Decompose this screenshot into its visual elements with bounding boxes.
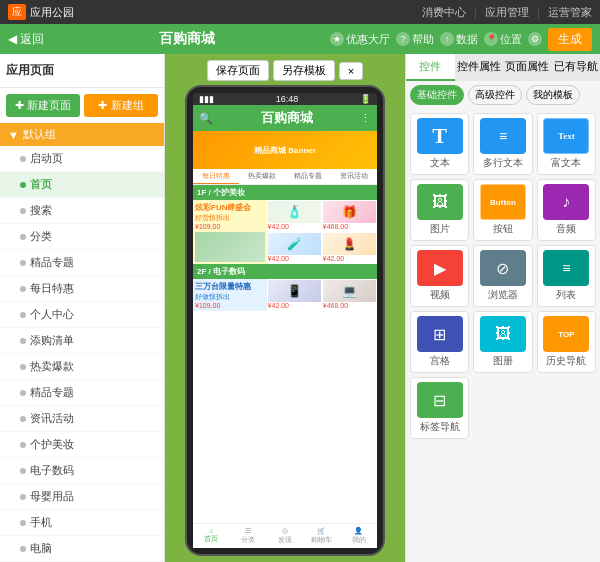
tab-hot[interactable]: 热卖爆款 xyxy=(239,169,285,184)
product-cell[interactable]: 🎁 ¥468.00 xyxy=(322,200,377,232)
sidebar-item-label: 搜索 xyxy=(30,203,52,218)
sidebar-dot xyxy=(20,286,26,292)
right-tab-0[interactable]: 控件 xyxy=(406,54,455,81)
sidebar-dot xyxy=(20,390,26,396)
close-button[interactable]: × xyxy=(339,62,363,80)
widget-文本[interactable]: T文本 xyxy=(410,113,469,175)
sidebar-item-13[interactable]: 母婴用品 xyxy=(0,484,164,510)
right-tab-3[interactable]: 已有导航 xyxy=(552,54,601,81)
phone-mockup: ▮▮▮ 16:48 🔋 🔍 百购商城 ⋮ 精品商城 Banner 每日特惠 xyxy=(185,85,385,556)
widget-多行文本[interactable]: ≡多行文本 xyxy=(473,113,532,175)
action-promo[interactable]: ★ 优惠大厅 xyxy=(330,32,390,47)
category-icon: ☰ xyxy=(245,527,251,535)
action-help[interactable]: ? 帮助 xyxy=(396,32,434,47)
tab-news[interactable]: 资讯活动 xyxy=(331,169,377,184)
sidebar-item-1[interactable]: 首页 xyxy=(0,172,164,198)
product-cell[interactable]: 📱 ¥42.00 xyxy=(267,279,322,311)
right-subtab-1[interactable]: 高级控件 xyxy=(468,85,522,105)
product-cell[interactable]: 💄 ¥42.00 xyxy=(322,232,377,264)
nav-app-manage[interactable]: 应用管理 xyxy=(485,5,529,20)
widget-标签导航[interactable]: ⊟标签导航 xyxy=(410,377,469,439)
sidebar-item-label: 启动页 xyxy=(30,151,63,166)
action-location[interactable]: 📍 位置 xyxy=(484,32,522,47)
tab-boutique[interactable]: 精品专题 xyxy=(285,169,331,184)
save-template-button[interactable]: 另存模板 xyxy=(273,60,335,81)
nav-category[interactable]: ☰ 分类 xyxy=(230,524,267,548)
product-cell[interactable]: 🧪 ¥42.00 xyxy=(267,232,322,264)
sidebar-dot xyxy=(20,338,26,344)
widget-label-5: 音频 xyxy=(556,222,576,236)
right-panel: 控件控件属性页面属性已有导航 基础控件高级控件我的模板 T文本≡多行文本Text… xyxy=(405,54,600,562)
widget-label-2: 富文本 xyxy=(551,156,581,170)
right-tab-1[interactable]: 控件属性 xyxy=(455,54,504,81)
widget-label-0: 文本 xyxy=(430,156,450,170)
widget-列表[interactable]: ≡列表 xyxy=(537,245,596,307)
nav-profile[interactable]: 👤 我的 xyxy=(340,524,377,548)
sidebar-item-10[interactable]: 资讯活动 xyxy=(0,406,164,432)
action-data[interactable]: ↑ 数据 xyxy=(440,32,478,47)
save-page-button[interactable]: 保存页面 xyxy=(207,60,269,81)
sidebar-group-default[interactable]: ▼ 默认组 xyxy=(0,123,164,146)
sidebar-item-5[interactable]: 每日特惠 xyxy=(0,276,164,302)
phone-menu-icon[interactable]: ⋮ xyxy=(360,112,371,125)
nav-home[interactable]: ⌂ 首页 xyxy=(193,524,230,548)
group-label: 默认组 xyxy=(23,127,56,142)
sidebar-item-11[interactable]: 个护美妆 xyxy=(0,432,164,458)
right-subtab-2[interactable]: 我的模板 xyxy=(526,85,580,105)
widget-按钮[interactable]: Button按钮 xyxy=(473,179,532,241)
discover-label: 发现 xyxy=(278,535,292,545)
new-group-button[interactable]: ✚ 新建组 xyxy=(84,94,158,117)
sidebar-dot xyxy=(20,156,26,162)
right-subtab-0[interactable]: 基础控件 xyxy=(410,85,464,105)
sidebar-dot xyxy=(20,546,26,552)
product-cell[interactable]: 🧴 ¥42.00 xyxy=(267,200,322,232)
promo1-price: ¥109.00 xyxy=(195,223,265,230)
new-page-button[interactable]: ✚ 新建页面 xyxy=(6,94,80,117)
sidebar-item-3[interactable]: 分类 xyxy=(0,224,164,250)
nav-ops[interactable]: 运营管家 xyxy=(548,5,592,20)
profile-icon: 👤 xyxy=(354,527,363,535)
phone-search-icon[interactable]: 🔍 xyxy=(199,112,213,125)
widget-富文本[interactable]: Text富文本 xyxy=(537,113,596,175)
widget-icon-0: T xyxy=(417,118,463,154)
widget-图册[interactable]: 🖼图册 xyxy=(473,311,532,373)
sidebar-item-0[interactable]: 启动页 xyxy=(0,146,164,172)
phone-banner-text: 精品商城 Banner xyxy=(254,145,316,156)
sidebar-item-7[interactable]: 添购清单 xyxy=(0,328,164,354)
sidebar-dot xyxy=(20,494,26,500)
sidebar-item-8[interactable]: 热卖爆款 xyxy=(0,354,164,380)
widget-浏览器[interactable]: ⊘浏览器 xyxy=(473,245,532,307)
logo-icon: 应 xyxy=(8,4,26,20)
sidebar-item-9[interactable]: 精品专题 xyxy=(0,380,164,406)
help-label: 帮助 xyxy=(412,32,434,47)
nav-cart[interactable]: 🛒 购物车 xyxy=(303,524,340,548)
sidebar-item-2[interactable]: 搜索 xyxy=(0,198,164,224)
widget-图片[interactable]: 🖼图片 xyxy=(410,179,469,241)
sidebar-item-6[interactable]: 个人中心 xyxy=(0,302,164,328)
widget-视频[interactable]: ▶视频 xyxy=(410,245,469,307)
sidebar-item-12[interactable]: 电子数码 xyxy=(0,458,164,484)
sidebar-item-14[interactable]: 手机 xyxy=(0,510,164,536)
widget-icon-7: ⊘ xyxy=(480,250,526,286)
help-icon: ? xyxy=(396,32,410,46)
right-tab-2[interactable]: 页面属性 xyxy=(503,54,552,81)
widget-历史导航[interactable]: TOP历史导航 xyxy=(537,311,596,373)
sidebar-item-15[interactable]: 电脑 xyxy=(0,536,164,562)
nav-discover[interactable]: ◎ 发现 xyxy=(267,524,304,548)
widget-icon-10: 🖼 xyxy=(480,316,526,352)
nav-consumer[interactable]: 消费中心 xyxy=(422,5,466,20)
back-button[interactable]: ◀ 返回 xyxy=(8,31,44,48)
product-price: ¥468.00 xyxy=(323,302,376,309)
widget-音频[interactable]: ♪音频 xyxy=(537,179,596,241)
generate-button[interactable]: 生成 xyxy=(548,28,592,51)
tab-daily[interactable]: 每日特惠 xyxy=(193,169,239,184)
home-icon: ⌂ xyxy=(209,527,213,534)
right-panel-tabs: 控件控件属性页面属性已有导航 xyxy=(406,54,600,81)
widget-宫格[interactable]: ⊞宫格 xyxy=(410,311,469,373)
widget-label-12: 标签导航 xyxy=(420,420,460,434)
brand: 应 应用公园 xyxy=(8,4,74,20)
phone-section2-title: 2F / 电子数码 xyxy=(193,264,377,279)
product-cell[interactable]: 💻 ¥468.00 xyxy=(322,279,377,311)
action-settings[interactable]: ⚙ xyxy=(528,32,542,46)
sidebar-item-4[interactable]: 精品专题 xyxy=(0,250,164,276)
